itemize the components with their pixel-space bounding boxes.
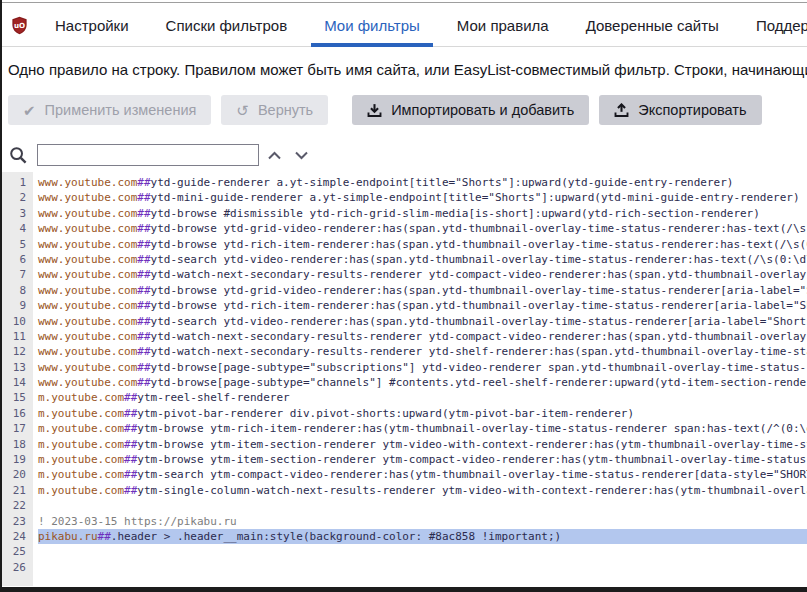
line-number: 2 (0, 190, 26, 205)
check-icon: ✔ (23, 103, 36, 118)
line-number-gutter: 1234567891011121314151617181920212223242… (0, 172, 33, 586)
ublock-dashboard-window: uO НастройкиСписки фильтровМои фильтрыМо… (0, 0, 807, 592)
import-append-button[interactable]: Импортировать и добавить (352, 95, 589, 125)
undo-icon: ↺ (236, 103, 249, 118)
line-number: 26 (0, 560, 26, 575)
line-number: 13 (0, 360, 26, 375)
comment-line[interactable]: ! 2023-03-15 https://pikabu.ru (38, 514, 807, 529)
import-append-label: Импортировать и добавить (391, 102, 574, 118)
line-number: 6 (0, 252, 26, 267)
filter-line[interactable]: m.youtube.com##ytm-single-column-watch-n… (38, 483, 807, 498)
filter-line[interactable]: m.youtube.com##ytm-browse ytm-item-secti… (38, 437, 807, 452)
line-number: 15 (0, 390, 26, 405)
tab-trusted-sites[interactable]: Доверенные сайты (573, 5, 732, 46)
filter-line[interactable]: www.youtube.com##ytd-search ytd-video-re… (38, 252, 807, 267)
filter-line[interactable]: www.youtube.com##ytd-mini-guide-renderer… (38, 190, 807, 205)
filters-editor[interactable]: 1234567891011121314151617181920212223242… (0, 172, 807, 586)
filter-line[interactable]: m.youtube.com##ytm-pivot-bar-renderer di… (38, 406, 807, 421)
filters-description: Одно правило на строку. Правилом может б… (8, 61, 807, 78)
line-number: 5 (0, 237, 26, 252)
apply-changes-label: Применить изменения (45, 102, 197, 118)
filter-line[interactable]: m.youtube.com##ytm-browse ytm-item-secti… (38, 452, 807, 467)
filter-line[interactable]: www.youtube.com##ytd-browse ytd-rich-ite… (38, 237, 807, 252)
chevron-down-icon[interactable] (290, 148, 313, 163)
tab-settings[interactable]: Настройки (42, 5, 142, 46)
window-top-edge (0, 2, 807, 3)
line-number: 22 (0, 498, 26, 513)
tab-bar: uO НастройкиСписки фильтровМои фильтрыМо… (0, 5, 807, 47)
filter-line[interactable]: www.youtube.com##ytd-watch-next-secondar… (38, 344, 807, 359)
line-number: 9 (0, 298, 26, 313)
filter-line[interactable]: www.youtube.com##ytd-browse #dismissible… (38, 206, 807, 221)
line-number: 11 (0, 329, 26, 344)
line-number: 1 (0, 175, 26, 190)
toolbar: ✔ Применить изменения ↺ Вернуть Импортир… (0, 95, 807, 125)
export-button[interactable]: Экспортировать (599, 95, 761, 125)
window-bottom-edge (0, 587, 807, 592)
line-number: 25 (0, 544, 26, 559)
ublock-shield-icon: uO (10, 16, 29, 35)
line-number: 18 (0, 437, 26, 452)
filter-line[interactable]: www.youtube.com##ytd-browse[page-subtype… (38, 360, 807, 375)
filter-line[interactable]: m.youtube.com##ytm-reel-shelf-renderer (38, 390, 807, 405)
revert-button[interactable]: ↺ Вернуть (221, 95, 328, 125)
export-label: Экспортировать (638, 102, 746, 118)
search-bar (0, 142, 807, 168)
filter-line[interactable]: www.youtube.com##ytd-browse ytd-rich-ite… (38, 298, 807, 313)
line-number: 14 (0, 375, 26, 390)
line-number: 21 (0, 483, 26, 498)
line-number: 3 (0, 206, 26, 221)
search-input[interactable] (37, 144, 259, 166)
tab-support[interactable]: Поддержка (743, 5, 807, 46)
line-number: 20 (0, 467, 26, 482)
filter-line[interactable]: m.youtube.com##ytm-search ytm-compact-vi… (38, 467, 807, 482)
apply-changes-button[interactable]: ✔ Применить изменения (8, 95, 211, 125)
line-number: 24 (0, 529, 26, 544)
filter-line[interactable]: www.youtube.com##ytd-search ytd-video-re… (38, 314, 807, 329)
line-number: 12 (0, 344, 26, 359)
search-icon (9, 146, 28, 165)
filter-line[interactable]: www.youtube.com##ytd-browse[page-subtype… (38, 375, 807, 390)
code-area[interactable]: www.youtube.com##ytd-guide-renderer a.yt… (33, 172, 807, 586)
filter-line[interactable]: www.youtube.com##ytd-watch-next-secondar… (38, 267, 807, 282)
filter-line[interactable]: pikabu.ru##.header > .header__main:style… (38, 529, 807, 544)
line-number: 19 (0, 452, 26, 467)
filter-line[interactable]: www.youtube.com##ytd-guide-renderer a.yt… (38, 175, 807, 190)
tab-bar-items: НастройкиСписки фильтровМои фильтрыМои п… (42, 5, 807, 46)
export-icon (614, 103, 629, 118)
filter-line[interactable]: www.youtube.com##ytd-watch-next-secondar… (38, 329, 807, 344)
empty-line[interactable] (38, 498, 807, 513)
empty-line[interactable] (38, 544, 807, 559)
svg-text:uO: uO (14, 21, 25, 30)
line-number: 4 (0, 221, 26, 236)
line-number: 17 (0, 421, 26, 436)
tab-my-rules[interactable]: Мои правила (444, 5, 562, 46)
line-number: 7 (0, 267, 26, 282)
tab-filter-lists[interactable]: Списки фильтров (153, 5, 301, 46)
filter-line[interactable]: www.youtube.com##ytd-browse ytd-grid-vid… (38, 283, 807, 298)
tab-my-filters[interactable]: Мои фильтры (311, 5, 433, 46)
line-number: 8 (0, 283, 26, 298)
window-left-edge (0, 0, 2, 592)
import-icon (367, 103, 382, 118)
revert-label: Вернуть (258, 102, 313, 118)
filter-line[interactable]: m.youtube.com##ytm-browse ytm-rich-item-… (38, 421, 807, 436)
chevron-up-icon[interactable] (263, 148, 286, 163)
line-number: 10 (0, 314, 26, 329)
empty-line[interactable] (38, 560, 807, 575)
line-number: 23 (0, 514, 26, 529)
line-number: 16 (0, 406, 26, 421)
filter-line[interactable]: www.youtube.com##ytd-browse ytd-grid-vid… (38, 221, 807, 236)
